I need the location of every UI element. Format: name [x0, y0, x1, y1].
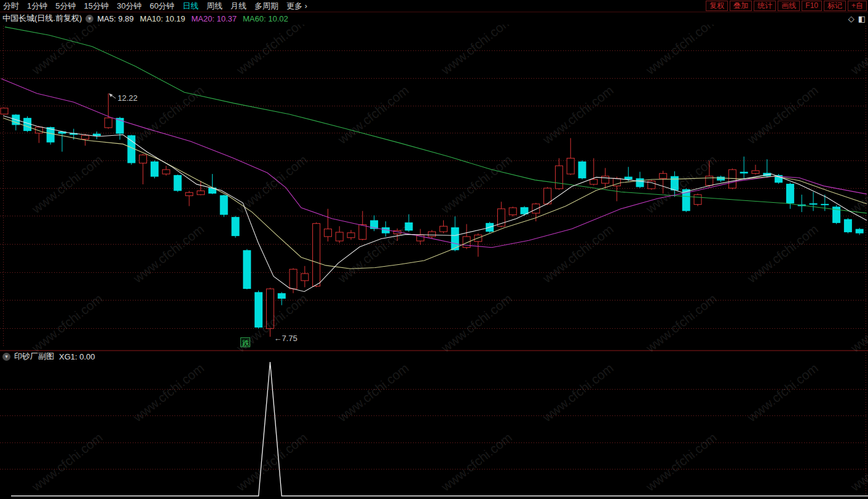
ma-legend-item: MA60: 10.02 [243, 14, 288, 23]
ma-legend: MA5: 9.89MA10: 10.19MA20: 10.37MA60: 10.… [97, 14, 294, 23]
tab-daily[interactable]: 日线 [183, 1, 199, 12]
ma-legend-item: MA10: 10.19 [140, 14, 186, 23]
tab-more[interactable]: 更多 › [286, 1, 307, 12]
diamond-icon[interactable]: ◇ [848, 14, 854, 23]
chart-title-bar: 中国长城(日线.前复权) ▾ MA5: 9.89MA10: 10.19MA20:… [0, 12, 868, 25]
tab-15min[interactable]: 15分钟 [84, 1, 108, 12]
subchart-indicator-value: XG1: 0.00 [59, 352, 95, 361]
btn-adjust[interactable]: 复权 [706, 1, 728, 11]
tab-1min[interactable]: 1分钟 [27, 1, 47, 12]
ma-line-ma20 [1, 79, 867, 248]
tab-multi-period[interactable]: 多周期 [254, 1, 278, 12]
app-window: 分时1分钟5分钟15分钟30分钟60分钟日线周线月线多周期更多 › 复权叠加统计… [0, 0, 868, 499]
tab-30min[interactable]: 30分钟 [117, 1, 141, 12]
chevron-down-icon[interactable]: ▾ [2, 353, 10, 361]
xg1-indicator-line [11, 362, 868, 496]
period-toolbar: 分时1分钟5分钟15分钟30分钟60分钟日线周线月线多周期更多 › 复权叠加统计… [0, 0, 868, 12]
btn-draw[interactable]: 画线 [778, 1, 800, 11]
tab-time-share[interactable]: 分时 [3, 1, 19, 12]
tab-5min[interactable]: 5分钟 [55, 1, 76, 12]
btn-add-custom[interactable]: +自 [848, 1, 867, 11]
ma-line-ma60 [5, 27, 867, 213]
split-panel-icon[interactable]: ◧ [858, 14, 866, 23]
titlebar-icons: ◇ ◧ [845, 14, 868, 23]
stock-title: 中国长城(日线.前复权) [2, 13, 82, 24]
tab-monthly[interactable]: 月线 [231, 1, 247, 12]
btn-mark[interactable]: 标记 [824, 1, 846, 11]
btn-overlay[interactable]: 叠加 [730, 1, 752, 11]
subchart-title: 印钞厂副图 [14, 351, 54, 362]
chart-svg: 12.22←7.75跌 [0, 0, 868, 499]
btn-f10[interactable]: F10 [802, 1, 822, 11]
subchart-header: ▾ 印钞厂副图 XG1: 0.00 [0, 351, 95, 362]
chevron-down-icon[interactable]: ▾ [85, 15, 93, 23]
candles [1, 93, 864, 337]
tab-60min[interactable]: 60分钟 [149, 1, 174, 12]
high-price-label: 12.22 [117, 93, 138, 103]
low-price-label: ←7.75 [274, 334, 297, 343]
period-tabs: 分时1分钟5分钟15分钟30分钟60分钟日线周线月线多周期更多 › [0, 1, 704, 12]
ma-legend-item: MA20: 10.37 [191, 14, 237, 23]
ma-legend-item: MA5: 9.89 [97, 14, 133, 23]
candlestick-chart[interactable]: 12.22←7.75跌 [0, 0, 868, 499]
toolbar-right-buttons: 复权叠加统计画线F10标记+自 [704, 1, 868, 11]
btn-stats[interactable]: 统计 [754, 1, 776, 11]
tab-weekly[interactable]: 周线 [207, 1, 223, 12]
fall-badge-label: 跌 [242, 339, 250, 347]
